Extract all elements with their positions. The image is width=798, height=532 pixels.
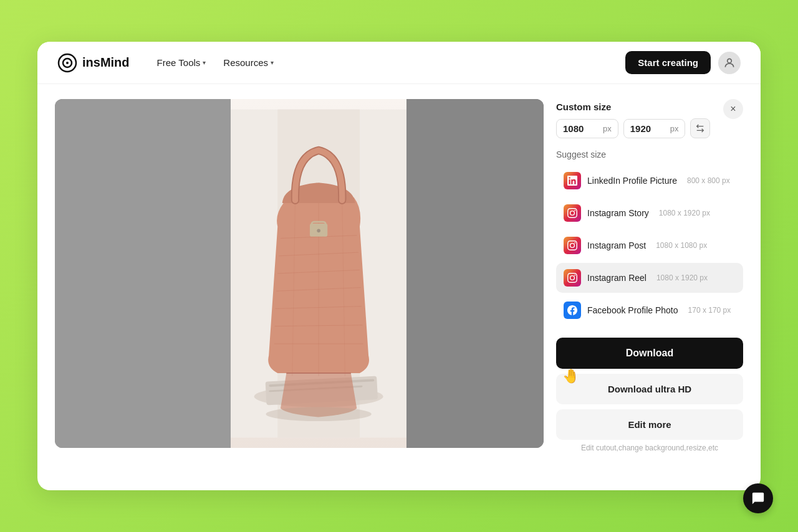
instagram-icon-post [564, 237, 581, 254]
swap-dimensions-button[interactable] [690, 118, 710, 138]
size-list: LinkedIn Profile Picture 800 x 800 px In… [556, 166, 743, 328]
size-item-linkedin[interactable]: LinkedIn Profile Picture 800 x 800 px [556, 166, 743, 196]
chevron-down-icon: ▾ [203, 59, 206, 66]
download-button[interactable]: Download [556, 338, 743, 369]
side-panel: × Custom size px px [556, 99, 743, 452]
size-item-facebook-profile[interactable]: Facebook Profile Photo 170 x 170 px [556, 295, 743, 325]
instagram-reel-name: Instagram Reel [587, 273, 647, 283]
facebook-icon-profile [564, 302, 581, 319]
svg-point-13 [266, 407, 372, 421]
suggest-size-section: Suggest size LinkedIn Profile Picture 80… [556, 150, 743, 328]
height-input-group: px [623, 119, 686, 138]
bag-illustration [231, 99, 406, 448]
edit-hint: Edit cutout,change background,resize,etc [556, 444, 743, 452]
nav-item-resources[interactable]: Resources ▾ [216, 52, 281, 73]
instagram-icon-reel [564, 269, 581, 287]
main-nav: Free Tools ▾ Resources ▾ [150, 52, 626, 73]
user-icon [723, 57, 736, 69]
suggest-size-label: Suggest size [556, 150, 743, 159]
image-left-panel [55, 99, 231, 448]
instagram-icon-story [564, 204, 581, 222]
svg-point-2 [66, 62, 69, 64]
linkedin-dims: 800 x 800 px [687, 176, 730, 185]
height-input[interactable] [630, 123, 668, 134]
download-hd-wrapper: Download ultra HD 🤚 [556, 374, 743, 409]
start-creating-button[interactable]: Start creating [625, 51, 711, 74]
svg-point-12 [317, 229, 321, 233]
size-inputs: px px [556, 118, 743, 138]
chat-bubble-button[interactable] [743, 483, 773, 513]
width-input[interactable] [563, 123, 600, 134]
logo: insMind [57, 53, 130, 73]
bag-scene [231, 99, 406, 448]
width-input-group: px [556, 119, 618, 138]
header-actions: Start creating [625, 51, 741, 74]
instagram-story-dims: 1080 x 1920 px [659, 209, 710, 217]
edit-more-button[interactable]: Edit more [556, 409, 743, 440]
instagram-post-name: Instagram Post [587, 240, 646, 250]
instagram-reel-dims: 1080 x 1920 px [656, 273, 708, 282]
app-window: insMind Free Tools ▾ Resources ▾ Start c… [37, 42, 761, 490]
facebook-profile-name: Facebook Profile Photo [587, 305, 678, 315]
facebook-profile-dims: 170 x 170 px [688, 306, 731, 315]
size-item-instagram-story[interactable]: Instagram Story 1080 x 1920 px [556, 198, 743, 228]
nav-item-free-tools[interactable]: Free Tools ▾ [150, 52, 214, 73]
main-content: × Custom size px px [37, 84, 761, 467]
logo-icon [57, 53, 77, 73]
instagram-story-name: Instagram Story [587, 208, 649, 218]
custom-size-label: Custom size [556, 102, 743, 112]
image-center-panel [231, 99, 406, 448]
image-area [55, 99, 544, 448]
header: insMind Free Tools ▾ Resources ▾ Start c… [37, 42, 761, 84]
size-item-instagram-post[interactable]: Instagram Post 1080 x 1080 px [556, 230, 743, 260]
chevron-down-icon: ▾ [271, 59, 274, 66]
svg-point-3 [728, 59, 732, 63]
image-right-panel [406, 99, 544, 448]
height-px-label: px [670, 124, 679, 133]
instagram-post-dims: 1080 x 1080 px [656, 241, 707, 250]
width-px-label: px [603, 124, 612, 133]
linkedin-name: LinkedIn Profile Picture [587, 176, 677, 186]
chat-icon [751, 492, 765, 505]
download-hd-button[interactable]: Download ultra HD [556, 374, 743, 404]
close-button[interactable]: × [723, 99, 743, 119]
size-item-instagram-reel[interactable]: Instagram Reel 1080 x 1920 px [556, 263, 743, 293]
avatar-button[interactable] [718, 52, 741, 74]
swap-icon [695, 123, 705, 133]
linkedin-icon [564, 172, 581, 189]
custom-size-section: Custom size px px [556, 102, 743, 138]
logo-text: insMind [82, 55, 130, 70]
